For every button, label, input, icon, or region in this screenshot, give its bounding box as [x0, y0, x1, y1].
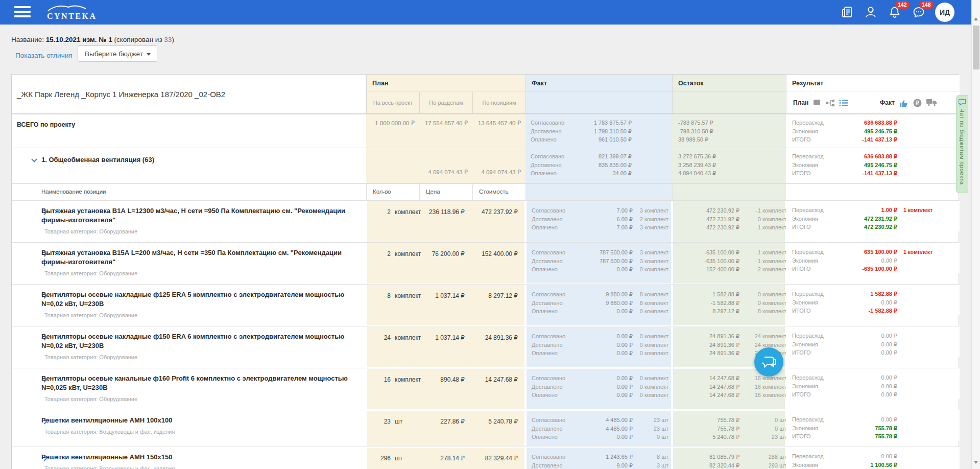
fact-cell: Согласовано9 880.00 ₽8 комплект Доставле… — [527, 285, 671, 325]
item-qty: 24 — [373, 334, 391, 367]
rest-cell: 755.78 ₽0 шт 755.78 ₽0 шт 5 240.78 ₽23 ш… — [673, 411, 785, 446]
total-plan-whole: 1 000 000.00 ₽ — [366, 114, 419, 127]
item-qty: 16 — [373, 376, 391, 409]
item-name: Вытяжная установка В1А L=12300 м3/час, Н… — [41, 206, 361, 225]
result-subheaders: План Факт — [786, 92, 960, 113]
item-price: 890.48 ₽ — [416, 369, 469, 409]
item-name: Вытяжная установка В15А L=200 м3/час, Н … — [41, 248, 361, 267]
plan-sub-whole-project[interactable]: На весь проект — [367, 92, 420, 113]
plan-cell: 16комплект 890.48 ₽ 14 247.68 ₽ — [367, 369, 524, 409]
item-unit: шт — [395, 418, 416, 446]
show-differences-link[interactable]: Показать отличия — [15, 52, 73, 59]
plan-cell: 2комплект 236 118.96 ₽ 472 237.92 ₽ — [367, 201, 524, 242]
item-name: Решетки вентиляционные АМН 150х150 — [41, 453, 361, 462]
total-row-name: ВСЕГО по проекту — [12, 114, 366, 148]
result-cell: Перерасход635 100.00 ₽1 комплект Экономи… — [786, 243, 960, 284]
result-cell: Перерасход1.00 ₽1 комплект Экономия472 2… — [786, 201, 960, 242]
fact-cell: Согласовано1 243.65 ₽8 шт Доставлено9.00… — [527, 448, 671, 469]
chat-bubbles-icon — [761, 355, 777, 369]
scroll-up-arrow[interactable] — [974, 17, 978, 20]
scroll-down-arrow[interactable] — [974, 461, 978, 464]
column-name-header: Наименование позиции — [12, 184, 366, 200]
fact-cell: Согласовано787 500.00 ₽3 комплект Достав… — [527, 243, 671, 284]
column-qty-header: Кол-во — [366, 184, 419, 200]
item-name: Вентиляторы осевые накладные ф150 ERA 6 … — [41, 332, 361, 350]
project-budget-chat-tab[interactable]: Чат по бюджетам проекта — [956, 95, 968, 193]
plan-list-view-icon[interactable] — [839, 99, 848, 107]
item-category: Товарная категория: Оборудование — [41, 228, 361, 235]
item-name: Вентиляторы осевые канальные ф160 Profit… — [41, 374, 361, 392]
rest-cell: -635 100.00 ₽-1 комплект -635 100.00 ₽-1… — [673, 243, 785, 284]
fact-subheader-empty — [525, 92, 672, 113]
fact-truck-icon[interactable] — [926, 99, 939, 107]
item-qty: 2 — [373, 250, 391, 284]
plan-subheaders: На весь проект По разделам По позициям — [366, 92, 525, 113]
item-price: 236 118.96 ₽ — [416, 201, 469, 242]
section-fact-block: Согласовано821 399.07 ₽ Доставлено835 83… — [525, 148, 672, 178]
total-result-block: Перерасход636 683.88 ₽ Экономия495 246.7… — [786, 114, 960, 144]
section-rest-block: 3 272 675.36 ₽ 3 258 239.43 ₽ 4 094 040.… — [672, 148, 786, 178]
chevron-down-icon[interactable] — [31, 156, 37, 162]
rest-subheader-empty — [672, 92, 786, 113]
plan-tree-view-icon[interactable] — [826, 99, 834, 107]
result-cell: Перерасход0.00 ₽ Экономия755.78 ₽ ИТОГО7… — [786, 410, 960, 447]
support-icon[interactable] — [863, 5, 878, 20]
table-row[interactable]: Решетки вентиляционные АМН 100х100 Товар… — [12, 410, 959, 447]
section-name[interactable]: 1. Общеобменная вентиляция (63) — [41, 148, 361, 163]
chat-fab-button[interactable] — [754, 347, 783, 377]
documents-icon[interactable] — [839, 5, 854, 20]
section-result-block: Перерасход636 683.88 ₽ Экономия495 246.7… — [786, 148, 960, 178]
hamburger-menu-icon[interactable] — [14, 6, 31, 18]
fact-ruble-icon[interactable]: ₽ — [913, 99, 922, 107]
result-plan-toggles: План — [786, 92, 873, 113]
fact-cell: Согласовано7.00 ₽3 комплект Доставлено6.… — [527, 201, 671, 242]
user-avatar[interactable]: ИД — [935, 3, 954, 22]
item-price: 1 037.14 ₽ — [416, 285, 469, 325]
item-cost: 5 240.78 ₽ — [469, 411, 522, 446]
item-qty: 8 — [373, 292, 391, 325]
plan-sub-by-positions[interactable]: По позициям — [473, 92, 526, 113]
result-cell: Перерасход0.00 ₽ Экономия1 100.56 ₽ ИТОГ… — [786, 447, 960, 469]
plan-block-view-icon[interactable] — [813, 99, 821, 106]
table-row[interactable]: Вытяжная установка В15А L=200 м3/час, Н … — [12, 242, 959, 284]
section-row: 1. Общеобменная вентиляция (63) 4 094 07… — [12, 148, 959, 183]
chat-bubble-icon — [959, 99, 966, 106]
table-row[interactable]: Вентиляторы осевые накладные ф150 ERA 6 … — [12, 326, 959, 368]
plan-sub-by-sections[interactable]: По разделам — [420, 92, 473, 113]
copied-from-link[interactable]: 33 — [164, 36, 172, 43]
budget-select-dropdown[interactable]: Выберите бюджет — [78, 45, 157, 62]
table-row[interactable]: Вентиляторы осевые накладные ф125 ERA 5 … — [12, 284, 959, 326]
table-header: _ЖК Парк Легенд _Корпус 1 Инженерка 187/… — [12, 75, 959, 114]
table-row[interactable]: Вентиляторы осевые канальные ф160 Profit… — [12, 368, 959, 410]
item-cost: 14 247.68 ₽ — [469, 369, 522, 409]
budget-name-line: Название: 15.10.2021 изм. № 1 (скопирова… — [11, 36, 174, 43]
group-header-rest: Остаток — [672, 75, 786, 92]
chat-tab-label: Чат по бюджетам проекта — [959, 108, 965, 185]
item-cost: 24 891.36 ₽ — [469, 327, 522, 367]
plan-cell: 296шт 278.14 ₽ 82 329.44 ₽ — [367, 448, 524, 469]
budget-table: _ЖК Парк Легенд _Корпус 1 Инженерка 187/… — [11, 74, 959, 469]
table-row[interactable]: Решетки вентиляционные АМН 150х150 Товар… — [12, 447, 959, 469]
table-row[interactable]: Вытяжная установка В1А L=12300 м3/час, Н… — [12, 200, 959, 242]
total-row: ВСЕГО по проекту 1 000 000.00 ₽ 17 554 8… — [12, 114, 959, 148]
item-price: 278.14 ₽ — [416, 448, 469, 469]
column-cost-header: Стоимость — [472, 184, 525, 200]
fact-cell: Согласовано4 485.00 ₽23 шт Доставлено4 4… — [527, 411, 671, 446]
notifications-bell-icon[interactable]: 142 — [887, 5, 902, 20]
vertical-scrollbar[interactable] — [971, 0, 980, 469]
item-category: Товарная категория: Воздуховоды и фас. и… — [41, 465, 361, 469]
total-fact-block: Согласовано1 783 875.57 ₽ Доставлено1 79… — [525, 114, 672, 144]
messages-icon[interactable]: 148 — [911, 5, 926, 20]
item-unit: шт — [395, 455, 416, 469]
rest-cell: -1 582.88 ₽0 комплект -1 582.88 ₽0 компл… — [673, 285, 785, 325]
item-cost: 8 297.12 ₽ — [469, 285, 522, 325]
total-rest-block: -783 875.57 ₽ -798 310.50 ₽ 38 989.50 ₽ — [672, 114, 786, 144]
group-header-plan: План — [366, 75, 525, 92]
group-header-fact: Факт — [525, 75, 672, 92]
columns-header-row: Наименование позиции Кол-во Цена Стоимос… — [12, 183, 959, 200]
budget-name-value: 15.10.2021 изм. № 1 — [46, 36, 112, 43]
scrollbar-thumb[interactable] — [973, 26, 979, 69]
section-plan-positions: 4 094 074.43 ₽ — [472, 148, 525, 176]
result-cell: Перерасход0.00 ₽ Экономия0.00 ₽ ИТОГО0.0… — [786, 368, 960, 410]
fact-thumbs-up-icon[interactable] — [899, 99, 909, 107]
